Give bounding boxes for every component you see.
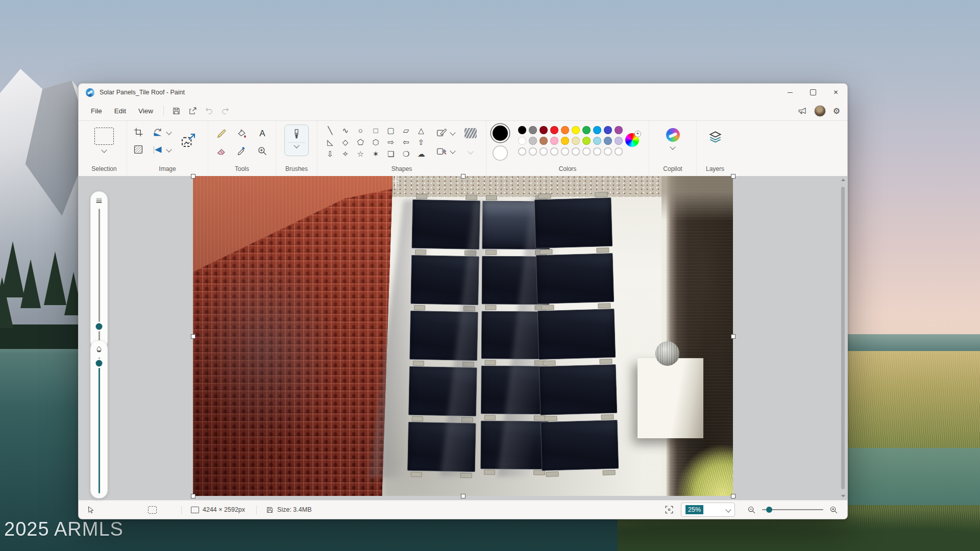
palette-empty-slot[interactable] <box>615 147 623 156</box>
size-slider-thumb[interactable] <box>96 323 103 330</box>
shape-oval[interactable]: ○ <box>353 124 368 136</box>
shape-callout-cloud[interactable]: ☁ <box>413 148 429 160</box>
save-button[interactable] <box>168 104 184 118</box>
palette-swatch[interactable] <box>550 137 558 145</box>
crop-button[interactable] <box>133 127 143 137</box>
chevron-down-icon[interactable] <box>293 142 299 148</box>
flip-button[interactable] <box>153 144 163 155</box>
pencil-tool[interactable] <box>216 129 227 139</box>
color-1-swatch[interactable] <box>493 126 508 141</box>
remove-background-button[interactable] <box>133 144 143 155</box>
magnifier-tool[interactable] <box>257 146 267 156</box>
scroll-down-arrow[interactable] <box>841 495 845 497</box>
text-tool[interactable]: A <box>259 129 265 139</box>
shape-lightning[interactable]: ⚡ <box>338 160 353 162</box>
chevron-down-icon[interactable] <box>101 147 107 153</box>
palette-swatch[interactable] <box>550 126 558 134</box>
shape-polygon[interactable]: ▱ <box>399 124 414 136</box>
palette-swatch[interactable] <box>604 126 612 134</box>
zoom-slider[interactable] <box>762 509 823 510</box>
color-2-swatch[interactable] <box>493 145 508 161</box>
palette-empty-slot[interactable] <box>604 147 612 156</box>
palette-empty-slot[interactable] <box>572 147 580 156</box>
selection-handle[interactable] <box>191 174 195 179</box>
selection-handle[interactable] <box>461 494 465 498</box>
shape-star-6[interactable]: ✶ <box>368 148 383 160</box>
chevron-down-icon[interactable] <box>166 146 172 152</box>
palette-swatch[interactable] <box>518 126 526 134</box>
chevron-down-icon[interactable] <box>450 130 455 135</box>
selection-handle[interactable] <box>731 174 736 179</box>
palette-empty-slot[interactable] <box>540 147 548 156</box>
shape-hexagon[interactable]: ⬡ <box>368 136 383 148</box>
fill-tool[interactable] <box>237 129 247 139</box>
selection-handle[interactable] <box>191 494 195 498</box>
shape-arrow-down[interactable]: ⇩ <box>323 148 338 160</box>
shape-triangle[interactable]: △ <box>413 124 429 136</box>
palette-swatch[interactable] <box>529 137 537 145</box>
palette-swatch[interactable] <box>593 137 601 145</box>
layers-icon[interactable] <box>708 130 722 144</box>
stroke-style-button[interactable] <box>464 128 477 138</box>
menu-edit[interactable]: Edit <box>108 105 132 117</box>
palette-swatch[interactable] <box>572 126 580 134</box>
zoom-out-button[interactable] <box>747 506 756 514</box>
zoom-level-combobox[interactable]: 25% <box>681 503 735 517</box>
palette-swatch[interactable] <box>540 126 548 134</box>
palette-swatch[interactable] <box>582 137 591 145</box>
shape-diamond[interactable]: ◇ <box>338 136 353 148</box>
shape-pentagon[interactable]: ⬠ <box>353 136 368 148</box>
menu-file[interactable]: File <box>85 105 108 117</box>
shape-arrow-left[interactable]: ⇦ <box>399 136 414 148</box>
palette-swatch[interactable] <box>572 137 580 145</box>
rotate-button[interactable] <box>153 127 163 137</box>
selection-handle[interactable] <box>461 174 465 179</box>
shape-heart[interactable]: ♡ <box>323 160 338 162</box>
scroll-up-arrow[interactable] <box>841 179 845 181</box>
edit-colors-button[interactable] <box>625 133 639 147</box>
palette-empty-slot[interactable] <box>561 147 569 156</box>
opacity-slider-thumb[interactable] <box>96 360 103 366</box>
shape-arrow-up[interactable]: ⇧ <box>413 136 429 148</box>
titlebar[interactable]: Solar Panels_Tile Roof - Paint ✕ <box>79 84 847 101</box>
palette-swatch[interactable] <box>540 137 548 145</box>
shape-fill-button[interactable] <box>436 145 447 157</box>
palette-swatch[interactable] <box>582 126 591 134</box>
shape-curve[interactable]: ∿ <box>338 124 353 136</box>
color-picker-tool[interactable] <box>237 146 247 156</box>
palette-swatch[interactable] <box>529 126 537 134</box>
copilot-icon[interactable] <box>666 128 680 142</box>
selection-handle[interactable] <box>731 494 736 498</box>
scrollbar-thumb[interactable] <box>841 187 845 489</box>
palette-swatch[interactable] <box>561 126 569 134</box>
palette-swatch[interactable] <box>615 137 623 145</box>
fit-to-screen-button[interactable] <box>665 505 674 514</box>
selection-handle[interactable] <box>731 334 736 339</box>
image-canvas[interactable] <box>193 176 733 496</box>
account-avatar[interactable] <box>814 105 826 117</box>
palette-empty-slot[interactable] <box>582 147 591 156</box>
eraser-tool[interactable] <box>216 146 227 156</box>
minimize-button[interactable] <box>778 84 801 101</box>
close-button[interactable]: ✕ <box>824 84 847 101</box>
palette-empty-slot[interactable] <box>593 147 601 156</box>
selection-tool-button[interactable] <box>94 128 114 145</box>
canvas-area[interactable] <box>79 176 847 500</box>
shape-right-triangle[interactable]: ◺ <box>323 136 338 148</box>
brush-size-slider[interactable] <box>90 191 108 349</box>
settings-gear-icon[interactable]: ⚙ <box>833 106 840 116</box>
chevron-down-icon[interactable] <box>166 129 172 135</box>
resize-image-button[interactable] <box>180 132 197 148</box>
zoom-slider-thumb[interactable] <box>766 507 772 513</box>
shape-star-4[interactable]: ✧ <box>338 148 353 160</box>
zoom-in-button[interactable] <box>829 506 838 514</box>
opacity-slider-track[interactable] <box>99 358 100 493</box>
vertical-scrollbar[interactable] <box>840 179 846 497</box>
chevron-down-icon[interactable] <box>725 507 731 512</box>
zoom-level-value[interactable]: 25% <box>685 505 703 514</box>
palette-empty-slot[interactable] <box>529 147 537 156</box>
share-button[interactable] <box>184 104 201 118</box>
palette-empty-slot[interactable] <box>550 147 558 156</box>
brushes-button[interactable] <box>284 124 309 156</box>
palette-empty-slot[interactable] <box>518 147 526 156</box>
